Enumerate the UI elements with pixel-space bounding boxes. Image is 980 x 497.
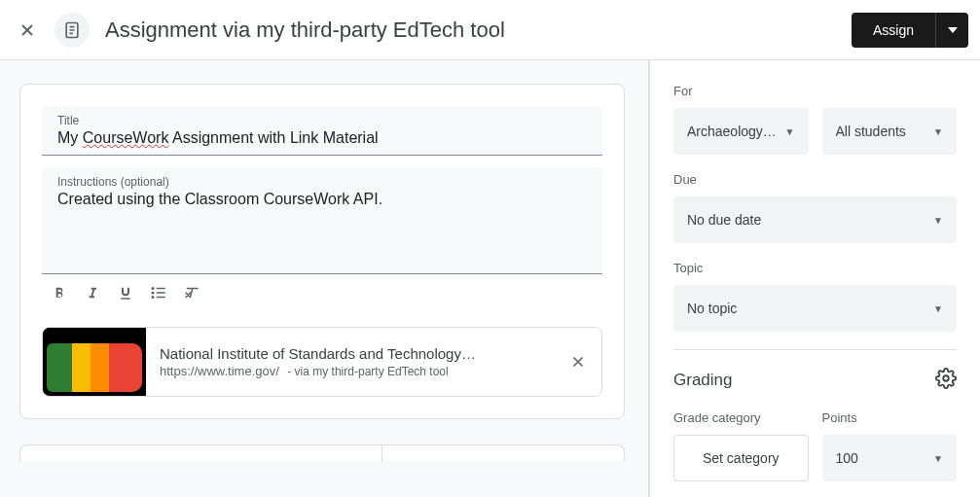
assign-button-group: Assign bbox=[852, 13, 968, 48]
attachment-thumbnail bbox=[43, 328, 146, 396]
assignment-form-card: Title My CourseWork Assignment with Link… bbox=[19, 84, 625, 419]
class-dropdown[interactable]: Archaeology … ▼ bbox=[673, 108, 809, 155]
gear-icon[interactable] bbox=[935, 368, 957, 393]
format-toolbar bbox=[42, 278, 602, 309]
grade-category-label: Grade category bbox=[673, 410, 809, 425]
class-dropdown-value: Archaeology … bbox=[687, 124, 780, 139]
next-card-peek bbox=[19, 444, 625, 462]
due-date-dropdown[interactable]: No due date ▼ bbox=[673, 196, 957, 243]
page-title: Assignment via my third-party EdTech too… bbox=[105, 18, 836, 43]
instructions-label: Instructions (optional) bbox=[57, 175, 587, 189]
points-value: 100 bbox=[836, 450, 928, 466]
title-field[interactable]: Title My CourseWork Assignment with Link… bbox=[42, 106, 602, 156]
chevron-down-icon: ▼ bbox=[933, 453, 943, 464]
instructions-input[interactable]: Created using the Classroom CourseWork A… bbox=[57, 189, 587, 210]
close-icon[interactable] bbox=[16, 18, 39, 42]
attachment-title: National Institute of Standards and Tech… bbox=[160, 345, 541, 362]
svg-point-7 bbox=[943, 375, 949, 381]
italic-icon[interactable] bbox=[83, 284, 102, 302]
divider bbox=[673, 349, 957, 350]
attachment-card[interactable]: National Institute of Standards and Tech… bbox=[42, 327, 602, 397]
due-date-value: No due date bbox=[687, 212, 927, 228]
svg-point-2 bbox=[152, 292, 155, 295]
attachment-url: https://www.time.gov/ bbox=[160, 364, 279, 378]
chevron-down-icon: ▼ bbox=[933, 303, 943, 314]
svg-rect-6 bbox=[157, 297, 165, 299]
instructions-field[interactable]: Instructions (optional) Created using th… bbox=[42, 167, 602, 274]
underline-icon[interactable] bbox=[116, 284, 135, 302]
chevron-down-icon: ▼ bbox=[933, 126, 943, 137]
svg-point-3 bbox=[152, 296, 155, 299]
attachment-info: National Institute of Standards and Tech… bbox=[146, 337, 555, 387]
bullet-list-icon[interactable] bbox=[149, 284, 168, 302]
main-panel: Title My CourseWork Assignment with Link… bbox=[0, 60, 649, 497]
assign-button[interactable]: Assign bbox=[852, 13, 935, 48]
clear-format-icon[interactable] bbox=[182, 284, 201, 302]
bold-icon[interactable] bbox=[50, 284, 69, 302]
chevron-down-icon: ▼ bbox=[785, 126, 795, 137]
topic-label: Topic bbox=[673, 261, 957, 275]
svg-rect-4 bbox=[157, 288, 165, 290]
app-header: Assignment via my third-party EdTech too… bbox=[0, 0, 980, 60]
students-dropdown[interactable]: All students ▼ bbox=[822, 108, 958, 155]
title-label: Title bbox=[57, 114, 587, 127]
set-category-button[interactable]: Set category bbox=[673, 435, 809, 481]
topic-value: No topic bbox=[687, 301, 927, 316]
grading-heading: Grading bbox=[673, 371, 732, 390]
chevron-down-icon: ▼ bbox=[933, 215, 943, 226]
assign-dropdown-button[interactable] bbox=[935, 13, 968, 48]
students-dropdown-value: All students bbox=[836, 124, 928, 139]
assignment-icon bbox=[54, 13, 90, 48]
points-dropdown[interactable]: 100 ▼ bbox=[822, 435, 958, 481]
title-input[interactable]: My CourseWork Assignment with Link Mater… bbox=[57, 127, 587, 149]
topic-dropdown[interactable]: No topic ▼ bbox=[673, 285, 957, 332]
sidebar-panel: For Archaeology … ▼ All students ▼ Due N… bbox=[649, 60, 980, 497]
svg-rect-5 bbox=[157, 292, 165, 294]
svg-point-1 bbox=[152, 287, 155, 290]
for-label: For bbox=[673, 84, 957, 98]
due-label: Due bbox=[673, 172, 957, 187]
points-label: Points bbox=[822, 410, 958, 425]
attachment-via: - via my third-party EdTech tool bbox=[287, 365, 448, 378]
remove-attachment-icon[interactable] bbox=[555, 353, 601, 371]
